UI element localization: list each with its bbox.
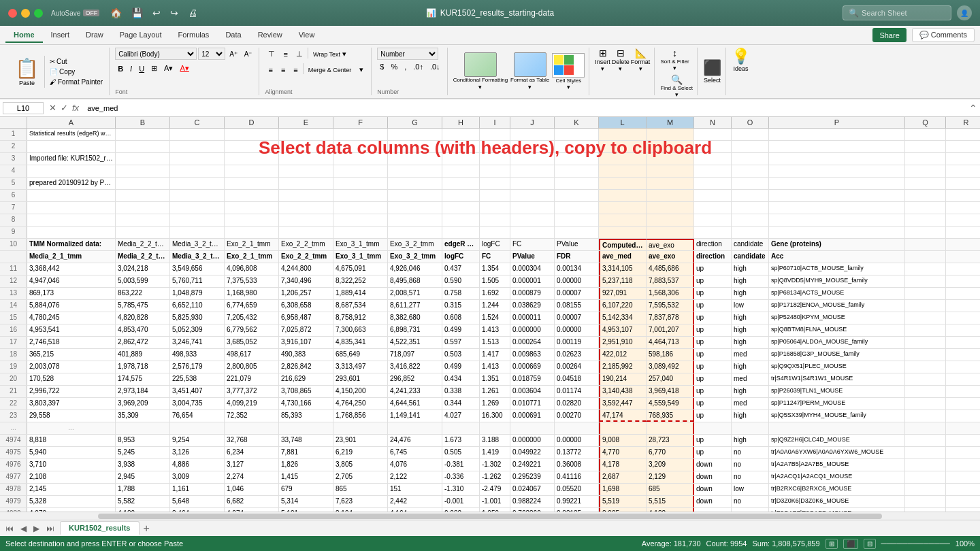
- cell-j-16[interactable]: 0.000000: [510, 324, 555, 336]
- border-button[interactable]: ⊞: [148, 63, 160, 74]
- cell-e5[interactable]: [279, 178, 333, 189]
- cell-r10[interactable]: [946, 239, 980, 250]
- cell-r-4974[interactable]: [946, 435, 980, 446]
- cell-p-17[interactable]: sp|P05064|ALDOA_MOUSE_family: [769, 337, 905, 348]
- cell-e-4977[interactable]: 1,415: [279, 471, 333, 483]
- cell-a10b[interactable]: Media_2_1_tmm: [27, 251, 116, 263]
- cell-n3[interactable]: [694, 153, 732, 165]
- cell-k-4977[interactable]: 0.41116: [555, 471, 599, 483]
- cell-j3[interactable]: [510, 153, 555, 165]
- cell-c-19[interactable]: 2,576,179: [170, 361, 225, 373]
- cell-n6[interactable]: [694, 190, 732, 201]
- cell-h-14[interactable]: 0.315: [442, 300, 480, 312]
- cell-j-17[interactable]: 0.000264: [510, 337, 555, 348]
- row-num-22[interactable]: 22: [0, 398, 27, 410]
- cell-d5[interactable]: [225, 178, 279, 189]
- cell-b3[interactable]: [116, 153, 170, 165]
- cell-f-12[interactable]: 8,322,252: [333, 276, 388, 287]
- cell-e-4979[interactable]: 5,314: [279, 496, 333, 507]
- cell-q3[interactable]: [905, 153, 946, 165]
- cell-f-4976[interactable]: 3,805: [333, 459, 388, 471]
- cell-p-4977[interactable]: tr|A2ACQ1|A2ACQ1_MOUSE: [769, 471, 905, 483]
- cell-o-13[interactable]: high: [732, 288, 769, 299]
- cell-d-19[interactable]: 2,800,805: [225, 361, 279, 373]
- cell-c2[interactable]: [170, 141, 225, 152]
- cell-o4[interactable]: [732, 165, 769, 177]
- col-header-o[interactable]: O: [732, 117, 769, 128]
- cell-e-11[interactable]: 4,244,800: [279, 263, 333, 275]
- cell-g-20[interactable]: 296,852: [388, 373, 442, 385]
- font-select[interactable]: Calibri (Body): [115, 48, 197, 60]
- cell-c10[interactable]: Media_3_2_tmm: [170, 239, 225, 250]
- cell-b-4978[interactable]: 1,788: [116, 484, 170, 495]
- format-dropdown[interactable]: ▾: [639, 65, 642, 72]
- cell-g-21[interactable]: 4,241,233: [388, 386, 442, 397]
- cell-a-4977[interactable]: 2,108: [27, 471, 116, 483]
- tab-data[interactable]: Data: [217, 28, 249, 43]
- cell-r-14[interactable]: [946, 300, 980, 312]
- cell-l-4979[interactable]: 5,519: [599, 496, 647, 507]
- cell-g-11[interactable]: 4,926,046: [388, 263, 442, 275]
- cell-c-11[interactable]: 3,549,656: [170, 263, 225, 275]
- cell-d-11[interactable]: 4,096,808: [225, 263, 279, 275]
- cell-k-17[interactable]: 0.00119: [555, 337, 599, 348]
- conditional-formatting-preview[interactable]: [464, 52, 497, 77]
- cell-o10b[interactable]: candidate: [732, 251, 769, 263]
- cell-n-12[interactable]: up: [694, 276, 732, 287]
- cell-a-15[interactable]: 4,780,245: [27, 312, 116, 324]
- cell-b2[interactable]: [116, 141, 170, 152]
- cell-h-4974[interactable]: 1.673: [442, 435, 480, 446]
- cell-a4[interactable]: [27, 165, 116, 177]
- cell-g4[interactable]: [388, 165, 442, 177]
- cell-p-12[interactable]: sp|Q8VDD5|MYH9_MOUSE_family: [769, 276, 905, 287]
- row-num-5[interactable]: 5: [0, 178, 27, 189]
- cell-k9[interactable]: [555, 227, 599, 238]
- cell-h-16[interactable]: 0.499: [442, 324, 480, 336]
- cell-q-22[interactable]: [905, 398, 946, 410]
- cell-e-4976[interactable]: 1,826: [279, 459, 333, 471]
- cell-a10[interactable]: TMM Normalized data:: [27, 239, 116, 250]
- cell-l-4976[interactable]: 4,178: [599, 459, 647, 471]
- row-num-4[interactable]: 4: [0, 165, 27, 177]
- cell-m10[interactable]: ave_exo: [647, 239, 694, 250]
- cell-e10[interactable]: Exo_2_2_tmm: [279, 239, 333, 250]
- sheet-tab-active[interactable]: KUR1502_results: [60, 521, 140, 535]
- normal-view-button[interactable]: ⊞: [826, 539, 838, 549]
- cell-k4[interactable]: [555, 165, 599, 177]
- row-num-16[interactable]: 16: [0, 324, 27, 336]
- cell-g-16[interactable]: 6,898,731: [388, 324, 442, 336]
- cell-f10b[interactable]: Exo_3_1_tmm: [333, 251, 388, 263]
- cell-f-4974[interactable]: 23,901: [333, 435, 388, 446]
- cell-n-22[interactable]: up: [694, 398, 732, 410]
- cell-a-21[interactable]: 2,996,722: [27, 386, 116, 397]
- cell-o-20[interactable]: med: [732, 373, 769, 385]
- cell-j-4978[interactable]: 0.024067: [510, 484, 555, 495]
- cell-o-19[interactable]: high: [732, 361, 769, 373]
- cell-r2[interactable]: [946, 141, 980, 152]
- cell-c-4976[interactable]: 4,886: [170, 459, 225, 471]
- cell-d-15[interactable]: 7,205,432: [225, 312, 279, 324]
- align-left-button[interactable]: ≡: [265, 63, 276, 76]
- cell-m2[interactable]: [647, 141, 694, 152]
- cell-r-20[interactable]: [946, 373, 980, 385]
- cell-h-19[interactable]: 0.499: [442, 361, 480, 373]
- cell-i8[interactable]: [480, 214, 510, 226]
- cell-l-19[interactable]: 2,185,992: [599, 361, 647, 373]
- cell-n-20[interactable]: up: [694, 373, 732, 385]
- print-icon[interactable]: 🖨: [185, 6, 200, 20]
- find-select-dropdown[interactable]: ▾: [675, 91, 679, 98]
- cell-c-4977[interactable]: 3,009: [170, 471, 225, 483]
- cell-e1[interactable]: [279, 129, 333, 140]
- cell-r-23[interactable]: [946, 410, 980, 422]
- merge-center-button[interactable]: Merge & Center: [305, 63, 355, 76]
- cell-g-4974[interactable]: 24,476: [388, 435, 442, 446]
- cell-i-12[interactable]: 1.505: [480, 276, 510, 287]
- cell-styles-label[interactable]: Cell Styles: [555, 78, 581, 84]
- cell-p-21[interactable]: sp|P26039|TLN1_MOUSE: [769, 386, 905, 397]
- redo-icon[interactable]: ↪: [167, 6, 181, 20]
- cell-m-23[interactable]: 768,935: [647, 410, 694, 422]
- cell-g-18[interactable]: 718,097: [388, 349, 442, 361]
- cell-r-18[interactable]: [946, 349, 980, 361]
- cell-p-16[interactable]: sp|Q8BTM8|FLNA_MOUSE: [769, 324, 905, 336]
- cell-a-4979[interactable]: 5,328: [27, 496, 116, 507]
